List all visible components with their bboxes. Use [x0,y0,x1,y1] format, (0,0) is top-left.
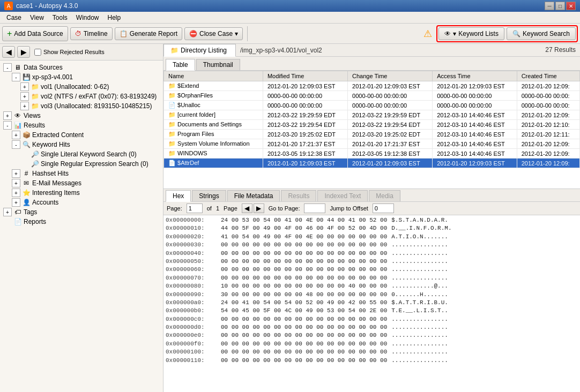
tab-file-metadata[interactable]: File Metadata [227,190,280,201]
table-tab[interactable]: Table [166,59,195,71]
expand-icon[interactable]: + [20,82,29,91]
file-list-area: Name Modified Time Change Time Access Ti… [163,71,580,189]
tab-hex[interactable]: Hex [166,190,191,202]
jump-to-offset-input[interactable] [373,203,394,213]
back-button[interactable]: ◀ [2,46,15,58]
expand-icon[interactable]: + [12,179,20,187]
interesting-icon: ⭐ [22,189,31,197]
add-datasource-button[interactable]: + Add Data Source [2,26,68,41]
expand-icon[interactable]: + [12,169,20,178]
expand-icon[interactable]: - [3,121,12,130]
hex-row: 0x000000b0: 54 00 45 00 5F 00 4C 00 49 0… [166,307,578,315]
table-row[interactable]: 📁 Documents and Settings 2012-03-22 19:2… [164,120,580,130]
hex-next-button[interactable]: ▶ [254,203,264,213]
hex-address: 0x00000010: [166,224,217,232]
tree-email[interactable]: + ✉ E-Mail Messages [11,178,161,188]
tree-accounts[interactable]: + 👤 Accounts [11,198,161,207]
table-row[interactable]: 📄 $AttrDef 2012-01-20 12:09:03 EST 2012-… [164,159,580,168]
tree-label: Keyword Hits [32,141,70,148]
show-rejected-checkbox[interactable] [34,49,41,56]
expand-icon[interactable]: + [12,189,20,197]
hex-ascii: ............@... [391,282,448,290]
hex-row: 0x00000100: 00 00 00 00 00 00 00 00 00 0… [166,348,578,356]
generate-report-button[interactable]: 📋 Generate Report [115,27,182,40]
expand-icon[interactable]: - [12,73,20,81]
tree-views[interactable]: + 👁 Views [2,111,161,120]
tree-vol2[interactable]: + 📁 vol2 (NTFS / exFAT (0x07): 63-819324… [19,92,161,101]
table-row[interactable]: 📁 $Extend 2012-01-20 12:09:03 EST 2012-0… [164,81,580,91]
hex-address: 0x000000b0: [166,307,217,315]
tree-reports[interactable]: 📄 Reports [2,217,161,227]
go-to-page-input[interactable] [304,203,325,213]
timeline-button[interactable]: ⏱ Timeline [70,27,113,40]
menu-view[interactable]: View [26,13,48,22]
tab-results[interactable]: Results [281,190,316,201]
expand-icon[interactable]: + [3,208,12,216]
maximize-button[interactable]: □ [555,2,565,10]
keyword-search-button[interactable]: 🔍 Keyword Search [507,27,576,40]
col-modified[interactable]: Modified Time [263,71,347,81]
file-icon: 📁 [168,121,176,127]
minimize-button[interactable]: ─ [545,2,554,10]
thumbnail-tab[interactable]: Thumbnail [196,59,240,70]
expand-icon[interactable]: + [12,131,20,139]
menu-tools[interactable]: Tools [48,13,72,22]
tree-tags[interactable]: + 🏷 Tags [2,207,161,217]
tab-media[interactable]: Media [369,190,400,201]
show-rejected-check[interactable]: Show Rejected Results [34,49,105,56]
tree-hashset-hits[interactable]: + # Hashset Hits [11,169,161,178]
col-access[interactable]: Access Time [433,71,517,81]
directory-listing-tab[interactable]: 📁 Directory Listing [163,44,236,57]
tree-vol1[interactable]: + 📁 vol1 (Unallocated: 0-62) [19,82,161,92]
tree-results[interactable]: - 📊 Results [2,120,161,130]
of-label: of [207,205,212,212]
file-table-wrapper[interactable]: Name Modified Time Change Time Access Ti… [163,71,580,189]
tree-literal-search[interactable]: 🔎 Single Literal Keyword Search (0) [19,149,161,159]
close-case-button[interactable]: ⛔ Close Case ▾ [184,27,243,40]
close-button[interactable]: ✕ [566,2,576,10]
expand-icon[interactable]: + [20,92,29,101]
menu-help[interactable]: Help [103,13,125,22]
table-row[interactable]: 📁 Program Files 2012-03-20 19:25:02 EDT … [164,130,580,139]
results-count: 27 Results [541,44,580,56]
hex-bytes: 54 00 45 00 5F 00 4C 00 49 00 53 00 54 0… [221,307,387,315]
menu-window[interactable]: Window [72,13,103,22]
hex-bytes: 10 00 00 00 00 00 00 00 00 00 00 00 40 0… [221,282,387,290]
tree-vol3[interactable]: + 📁 vol3 (Unallocated: 8193150-10485215) [19,101,161,111]
keyword-lists-button[interactable]: 👁 ▾ Keyword Lists [438,27,504,40]
tree-data-sources[interactable]: - 🖥 Data Sources [2,63,161,72]
tree-label: xp-sp3-v4.001 [32,73,73,81]
tree-xp-sp3[interactable]: - 💾 xp-sp3-v4.001 [11,72,161,82]
table-row[interactable]: 📄 $Unalloc 0000-00-00 00:00:00 0000-00-0… [164,101,580,110]
tab-indexed-text[interactable]: Indexed Text [317,190,368,201]
table-row[interactable]: 📁 $OrphanFiles 0000-00-00 00:00:00 0000-… [164,91,580,101]
tab-strings[interactable]: Strings [192,190,226,201]
table-row[interactable]: 📁 WINDOWS 2012-03-05 19:12:38 EST 2012-0… [164,149,580,159]
col-created[interactable]: Created Time [517,71,579,81]
tree-keyword-hits[interactable]: - 🔍 Keyword Hits [11,140,161,149]
col-change[interactable]: Change Time [348,71,433,81]
hex-ascii: ................ [391,348,448,356]
hex-bytes: 00 00 00 00 00 00 00 00 00 00 00 00 00 0… [221,340,387,348]
tree-regex-search[interactable]: 🔎 Single Regular Expression Search (0) [19,159,161,169]
expand-icon[interactable]: + [20,102,29,110]
forward-button[interactable]: ▶ [17,46,30,58]
hex-prev-button[interactable]: ◀ [242,203,252,213]
col-name[interactable]: Name [164,71,263,81]
expand-icon[interactable]: - [12,140,20,149]
expand-icon[interactable]: - [3,63,12,72]
expand-icon[interactable]: + [3,111,12,120]
main-layout: ◀ ▶ Show Rejected Results - 🖥 Data Sourc… [0,44,580,392]
hex-row: 0x00000070: 00 00 00 00 00 00 00 00 00 0… [166,274,578,282]
hex-address: 0x000000c0: [166,315,217,323]
table-row[interactable]: 📁 [current folder] 2012-03-22 19:29:59 E… [164,110,580,120]
expand-icon[interactable]: + [12,198,20,207]
tree-label: vol3 (Unallocated: 8193150-10485215) [41,102,152,110]
show-rejected-label: Show Rejected Results [43,49,105,55]
menu-case[interactable]: Case [2,13,26,22]
hex-address: 0x00000110: [166,357,217,365]
tree-extracted-content[interactable]: + 📦 Extracted Content [11,130,161,140]
tree-interesting-items[interactable]: + ⭐ Interesting Items [11,188,161,198]
table-row[interactable]: 📁 System Volume Information 2012-01-20 1… [164,139,580,149]
page-number-input[interactable] [187,203,203,213]
